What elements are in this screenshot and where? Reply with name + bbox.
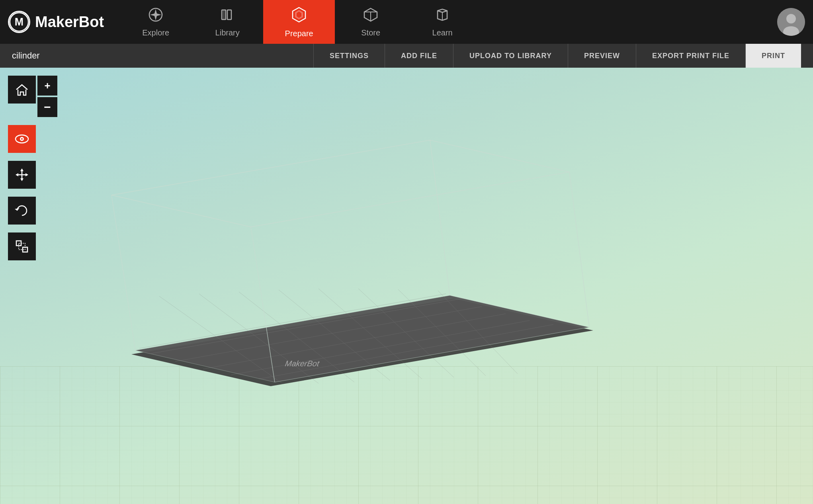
svg-line-36 <box>111 140 430 195</box>
preview-button[interactable]: PREVIEW <box>568 44 636 68</box>
nav-item-prepare[interactable]: Prepare <box>263 0 335 44</box>
svg-marker-53 <box>20 168 23 171</box>
home-zoom-group: + − <box>8 76 57 117</box>
user-avatar[interactable] <box>777 8 805 36</box>
nav-label-learn: Learn <box>432 28 453 37</box>
svg-rect-5 <box>227 10 231 20</box>
logo-area[interactable]: M MakerBot <box>8 11 104 33</box>
upload-to-library-button[interactable]: UPLOAD TO LIBRARY <box>453 44 568 68</box>
settings-button[interactable]: SETTINGS <box>313 44 385 68</box>
file-name: cilinder <box>12 51 40 61</box>
zoom-in-button[interactable]: + <box>37 76 57 96</box>
nav-item-library[interactable]: Library <box>192 0 263 44</box>
add-file-button[interactable]: ADD FILE <box>385 44 453 68</box>
home-button[interactable] <box>8 76 36 104</box>
nav-label-store: Store <box>361 28 380 37</box>
svg-line-39 <box>111 195 251 227</box>
toolbar: cilinder SETTINGS ADD FILE UPLOAD TO LIB… <box>0 44 813 68</box>
library-icon <box>219 7 235 26</box>
svg-marker-3 <box>150 9 161 20</box>
svg-marker-56 <box>25 173 28 176</box>
export-print-file-button[interactable]: EXPORT PRINT FILE <box>636 44 746 68</box>
svg-rect-60 <box>19 243 25 250</box>
nav-label-explore: Explore <box>142 28 169 37</box>
scale-button[interactable] <box>8 232 36 260</box>
nav-label-library: Library <box>215 28 240 37</box>
nav-items: Explore Library Prepare <box>120 0 478 44</box>
svg-line-41 <box>430 140 450 295</box>
prepare-icon <box>290 6 308 27</box>
viewport: MakerBot <box>0 68 813 504</box>
logo-icon: M <box>8 11 30 33</box>
svg-rect-6 <box>223 10 225 20</box>
zoom-out-button[interactable]: − <box>37 97 57 117</box>
svg-text:MakerBot: MakerBot <box>284 359 321 368</box>
learn-icon <box>434 7 450 26</box>
svg-point-50 <box>21 138 23 140</box>
svg-line-42 <box>569 172 589 327</box>
svg-line-38 <box>251 172 569 227</box>
svg-marker-54 <box>20 178 23 181</box>
nav-item-explore[interactable]: Explore <box>120 0 192 44</box>
svg-line-40 <box>111 195 135 350</box>
left-tools: + − <box>8 76 57 260</box>
svg-point-15 <box>786 14 796 23</box>
svg-line-37 <box>430 140 569 172</box>
nav-item-store[interactable]: Store <box>335 0 406 44</box>
scene-svg: MakerBot <box>0 68 813 504</box>
rotate-button[interactable] <box>8 197 36 225</box>
svg-marker-18 <box>0 366 813 504</box>
nav-item-learn[interactable]: Learn <box>406 0 478 44</box>
nav-label-prepare: Prepare <box>285 29 313 38</box>
view-button[interactable] <box>8 125 36 153</box>
scene-container[interactable]: MakerBot <box>0 68 813 504</box>
top-navigation: M MakerBot Explore L <box>0 0 813 44</box>
move-button[interactable] <box>8 161 36 189</box>
store-icon <box>363 7 379 26</box>
print-button[interactable]: PRINT <box>746 44 801 68</box>
svg-text:M: M <box>15 16 23 28</box>
logo-text: MakerBot <box>35 14 104 31</box>
explore-icon <box>148 7 164 26</box>
svg-marker-55 <box>16 173 18 176</box>
